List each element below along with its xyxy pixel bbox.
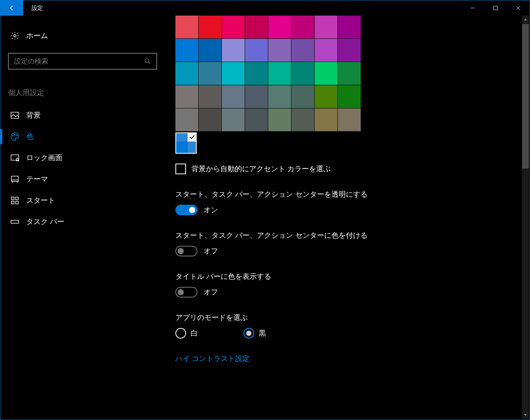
color-swatch[interactable] <box>338 85 361 108</box>
color-swatch[interactable] <box>175 85 198 108</box>
color-swatch[interactable] <box>268 39 291 62</box>
nav-label: 色 <box>26 132 33 142</box>
auto-accent-label: 背景から自動的にアクセント カラーを選ぶ <box>191 164 331 174</box>
svg-point-5 <box>145 59 149 63</box>
color-swatch[interactable] <box>268 108 291 131</box>
color-swatch[interactable] <box>199 39 221 62</box>
transparent-value: オン <box>204 205 218 215</box>
color-swatch[interactable] <box>222 16 245 38</box>
section-header: 個人用設定 <box>8 88 160 98</box>
color-swatch[interactable] <box>175 39 198 62</box>
color-swatch[interactable] <box>338 62 361 85</box>
scrollbar[interactable] <box>522 16 529 419</box>
svg-rect-16 <box>11 197 14 200</box>
color-swatch[interactable] <box>315 39 337 62</box>
nav-background[interactable]: 背景 <box>8 105 160 126</box>
auto-accent-checkbox[interactable] <box>175 164 186 174</box>
color-swatch[interactable] <box>291 108 314 131</box>
nav-label: ロック画面 <box>26 153 62 163</box>
color-swatch[interactable] <box>175 108 198 131</box>
home-button[interactable]: ホーム <box>8 27 160 45</box>
taskbar-icon <box>10 217 19 226</box>
nav-start[interactable]: スタート <box>8 190 160 211</box>
selected-color-swatch[interactable] <box>175 132 197 154</box>
color-swatch[interactable] <box>291 16 314 38</box>
color-swatch[interactable] <box>222 62 245 85</box>
titlebar-toggle[interactable] <box>175 287 197 298</box>
color-swatch[interactable] <box>315 16 337 38</box>
titlebar: 設定 <box>0 0 530 16</box>
color-swatch[interactable] <box>315 85 337 108</box>
color-swatch[interactable] <box>245 85 268 108</box>
check-icon <box>188 132 197 142</box>
color-swatch[interactable] <box>338 39 361 62</box>
appmode-dark[interactable]: 黒 <box>244 328 266 339</box>
color-swatch[interactable] <box>222 39 245 62</box>
color-swatch[interactable] <box>291 62 314 85</box>
gear-icon <box>10 31 19 40</box>
scroll-up-icon[interactable] <box>522 16 529 23</box>
transparent-label: スタート、タスク バー、アクション センターを透明にする <box>175 189 530 199</box>
color-swatch[interactable] <box>175 62 198 85</box>
svg-point-10 <box>16 135 17 136</box>
svg-marker-21 <box>524 18 527 21</box>
color-swatch[interactable] <box>222 108 245 131</box>
radio-label: 白 <box>191 328 198 338</box>
lockscreen-icon <box>10 153 19 162</box>
nav-themes[interactable]: テーマ <box>8 169 160 190</box>
color-swatch[interactable] <box>315 62 337 85</box>
start-icon <box>10 196 19 205</box>
back-button[interactable] <box>0 0 23 16</box>
transparent-toggle[interactable] <box>175 205 197 215</box>
color-swatch[interactable] <box>222 85 245 108</box>
appmode-label: アプリのモードを選ぶ <box>175 313 530 323</box>
nav-label: スタート <box>26 196 55 205</box>
nav-label: 背景 <box>26 110 41 120</box>
color-swatch[interactable] <box>291 39 314 62</box>
color-swatch[interactable] <box>199 62 221 85</box>
color-swatch[interactable] <box>245 16 268 38</box>
main-content: 背景から自動的にアクセント カラーを選ぶ スタート、タスク バー、アクション セ… <box>160 16 530 420</box>
color-swatch[interactable] <box>199 108 221 131</box>
maximize-button[interactable] <box>484 0 507 16</box>
colorize-label: スタート、タスク バー、アクション センターに色を付ける <box>175 231 530 240</box>
color-swatch[interactable] <box>338 108 361 131</box>
color-swatch[interactable] <box>315 108 337 131</box>
window-title: 設定 <box>23 5 43 12</box>
nav-label: タスク バー <box>26 217 64 227</box>
color-swatch[interactable] <box>338 16 361 38</box>
colorize-value: オフ <box>204 246 218 256</box>
nav-lockscreen[interactable]: ロック画面 <box>8 147 160 169</box>
radio-label: 黒 <box>259 328 266 338</box>
nav-colors[interactable]: 色 <box>8 126 160 147</box>
scroll-down-icon[interactable] <box>522 411 529 419</box>
color-swatch[interactable] <box>245 39 268 62</box>
svg-rect-19 <box>16 201 18 204</box>
search-input[interactable] <box>8 53 157 70</box>
svg-line-6 <box>148 62 150 64</box>
color-swatch[interactable] <box>175 16 198 38</box>
picture-icon <box>10 111 19 120</box>
color-swatch[interactable] <box>245 62 268 85</box>
color-swatch[interactable] <box>291 85 314 108</box>
svg-point-4 <box>14 35 16 37</box>
color-swatch[interactable] <box>199 85 221 108</box>
radio-icon <box>175 328 186 339</box>
close-button[interactable] <box>507 0 530 16</box>
color-swatch[interactable] <box>268 85 291 108</box>
svg-point-9 <box>14 134 15 135</box>
search-field[interactable] <box>14 57 144 65</box>
appmode-light[interactable]: 白 <box>175 328 198 339</box>
scroll-thumb[interactable] <box>522 24 529 169</box>
sidebar: ホーム 個人用設定 背景 色 ロック画面 テーマ スタート タスク <box>0 16 160 420</box>
color-swatch[interactable] <box>268 16 291 38</box>
color-swatch[interactable] <box>199 16 221 38</box>
high-contrast-link[interactable]: ハイ コントラスト設定 <box>175 354 250 364</box>
colorize-toggle[interactable] <box>175 246 197 256</box>
svg-rect-17 <box>16 197 18 200</box>
nav-taskbar[interactable]: タスク バー <box>8 211 160 232</box>
color-grid <box>175 16 530 132</box>
color-swatch[interactable] <box>245 108 268 131</box>
color-swatch[interactable] <box>268 62 291 85</box>
minimize-button[interactable] <box>461 0 484 16</box>
